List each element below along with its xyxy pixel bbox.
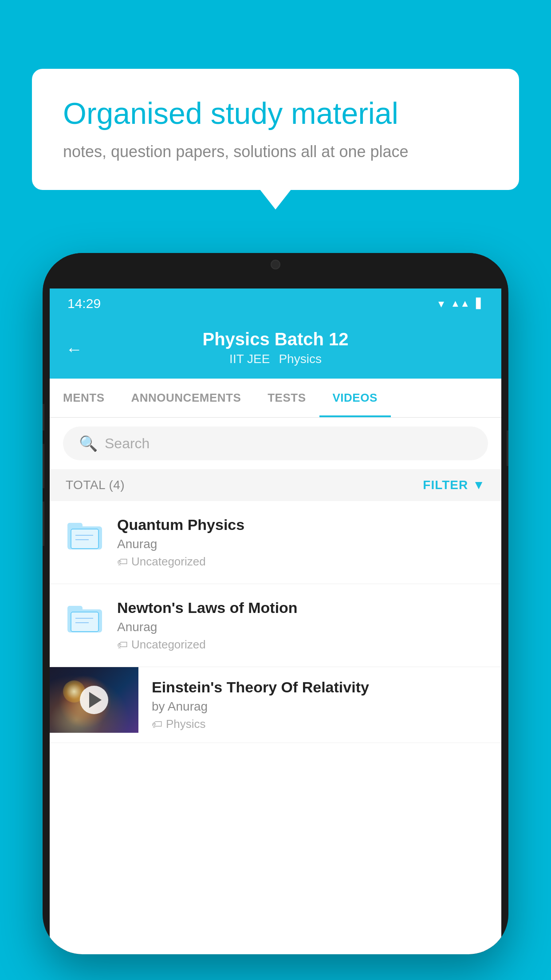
app-header: ← Physics Batch 12 IIT JEE Physics	[50, 319, 501, 379]
search-icon: 🔍	[79, 435, 98, 452]
content-list: Quantum Physics Anurag 🏷 Uncategorized	[50, 501, 501, 743]
tab-videos[interactable]: VIDEOS	[319, 379, 391, 417]
tag-label: Uncategorized	[131, 555, 206, 569]
total-count: TOTAL (4)	[66, 478, 125, 492]
signal-icon: ▲▲	[450, 298, 470, 309]
tag-label: Uncategorized	[131, 638, 206, 652]
front-camera	[271, 260, 280, 269]
wifi-icon: ▾	[438, 297, 444, 311]
battery-icon: ▋	[476, 298, 484, 309]
tag-icon: 🏷	[117, 639, 128, 651]
search-placeholder: Search	[105, 435, 150, 452]
play-triangle-icon	[89, 692, 102, 708]
phone-top-bezel	[43, 253, 508, 288]
volume-silent-button	[43, 404, 44, 431]
volume-down-button	[43, 502, 44, 546]
speech-bubble: Organised study material notes, question…	[32, 69, 519, 190]
phone-notch	[236, 253, 315, 276]
item-title: Quantum Physics	[117, 516, 485, 533]
item-title: Newton's Laws of Motion	[117, 599, 485, 616]
bubble-subtitle: notes, question papers, solutions all at…	[63, 142, 488, 161]
header-subtitle-iit: IIT JEE	[229, 352, 270, 366]
filter-button[interactable]: FILTER ▼	[423, 478, 485, 492]
filter-icon: ▼	[472, 478, 485, 492]
item-info: Quantum Physics Anurag 🏷 Uncategorized	[117, 516, 485, 569]
list-item[interactable]: Quantum Physics Anurag 🏷 Uncategorized	[50, 501, 501, 584]
item-tag: 🏷 Uncategorized	[117, 638, 485, 652]
back-arrow-icon: ←	[66, 340, 83, 358]
tag-icon: 🏷	[152, 718, 162, 731]
header-subtitle-physics: Physics	[279, 352, 321, 366]
list-item[interactable]: Newton's Laws of Motion Anurag 🏷 Uncateg…	[50, 584, 501, 667]
video-info: Einstein's Theory Of Relativity by Anura…	[138, 667, 501, 743]
tabs-container: MENTS ANNOUNCEMENTS TESTS VIDEOS	[50, 379, 501, 418]
video-thumbnail	[50, 667, 138, 733]
play-button[interactable]	[80, 686, 108, 714]
tab-announcements[interactable]: ANNOUNCEMENTS	[118, 379, 255, 417]
back-button[interactable]: ←	[66, 339, 83, 359]
list-item-video[interactable]: Einstein's Theory Of Relativity by Anura…	[50, 667, 501, 743]
power-button	[507, 431, 508, 466]
status-time: 14:29	[67, 296, 101, 311]
item-icon-wrap	[66, 599, 105, 638]
search-container: 🔍 Search	[50, 418, 501, 469]
volume-up-button	[43, 444, 44, 488]
folder-svg	[67, 520, 103, 551]
tab-tests[interactable]: TESTS	[254, 379, 319, 417]
header-title: Physics Batch 12	[202, 329, 348, 349]
tag-icon: 🏷	[117, 556, 128, 568]
search-bar[interactable]: 🔍 Search	[63, 427, 488, 460]
item-author: Anurag	[117, 537, 485, 551]
folder-icon	[67, 520, 103, 551]
filter-bar: TOTAL (4) FILTER ▼	[50, 469, 501, 501]
phone-inner: 14:29 ▾ ▲▲ ▋ ← Physics Batch 12 IIT JEE	[50, 288, 501, 954]
item-icon-wrap	[66, 516, 105, 555]
video-author: by Anurag	[152, 699, 488, 714]
folder-icon	[67, 603, 103, 634]
item-tag: 🏷 Uncategorized	[117, 555, 485, 569]
svg-rect-7	[71, 612, 98, 632]
phone-screen: 14:29 ▾ ▲▲ ▋ ← Physics Batch 12 IIT JEE	[50, 288, 501, 954]
header-subtitle: IIT JEE Physics	[229, 352, 322, 366]
filter-label: FILTER	[423, 478, 468, 492]
folder-svg	[67, 603, 103, 634]
status-icons: ▾ ▲▲ ▋	[438, 297, 484, 311]
svg-rect-2	[71, 529, 98, 549]
bubble-title: Organised study material	[63, 95, 488, 132]
phone-mockup: 14:29 ▾ ▲▲ ▋ ← Physics Batch 12 IIT JEE	[43, 253, 508, 954]
video-tag: 🏷 Physics	[152, 717, 488, 731]
tab-ments[interactable]: MENTS	[50, 379, 118, 417]
speech-bubble-container: Organised study material notes, question…	[32, 69, 519, 190]
item-author: Anurag	[117, 620, 485, 634]
item-info: Newton's Laws of Motion Anurag 🏷 Uncateg…	[117, 599, 485, 652]
status-bar: 14:29 ▾ ▲▲ ▋	[50, 288, 501, 319]
video-title: Einstein's Theory Of Relativity	[152, 679, 488, 696]
tag-label: Physics	[166, 717, 206, 731]
